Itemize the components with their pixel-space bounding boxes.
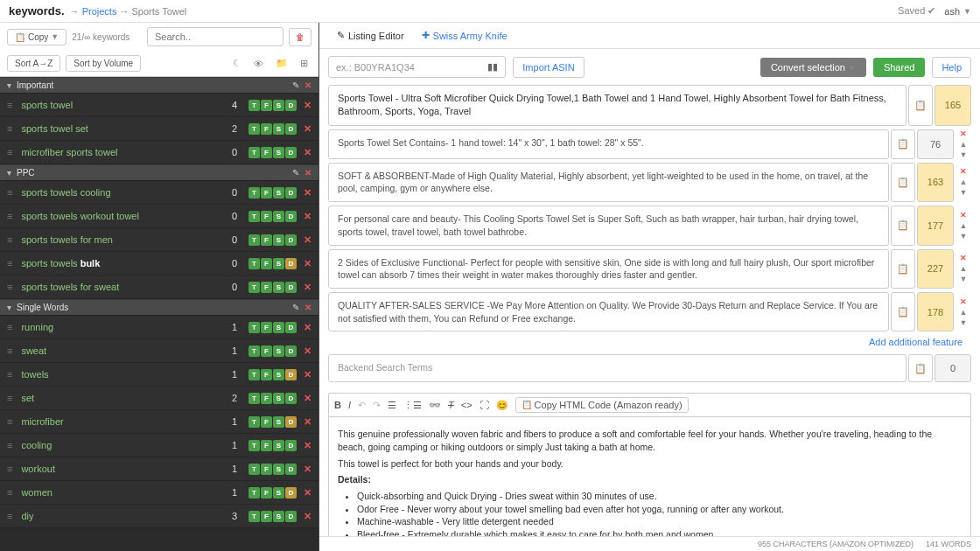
copy-button[interactable]: 📋 Copy ▼ — [7, 29, 66, 45]
tag-F[interactable]: F — [261, 369, 272, 380]
edit-icon[interactable]: ✎ — [292, 80, 299, 90]
tag-F[interactable]: F — [261, 100, 272, 111]
tag-T[interactable]: T — [248, 123, 260, 135]
search-input[interactable] — [147, 27, 284, 46]
copy-icon[interactable]: 📋 — [891, 163, 915, 202]
tag-D[interactable]: D — [285, 322, 297, 333]
tag-D[interactable]: D — [285, 282, 297, 293]
tag-F[interactable]: F — [261, 345, 272, 357]
keyword-row[interactable]: ≡sports towels workout towel0TFSD✕ — [0, 205, 318, 228]
sort-az-button[interactable]: Sort A→Z — [7, 55, 60, 72]
edit-icon[interactable]: ✎ — [292, 168, 299, 178]
tag-D[interactable]: D — [285, 100, 297, 111]
tag-F[interactable]: F — [261, 440, 272, 451]
tag-S[interactable]: S — [273, 440, 284, 451]
close-icon[interactable]: ✕ — [304, 393, 312, 404]
tag-F[interactable]: F — [261, 464, 272, 475]
tag-S[interactable]: S — [273, 123, 284, 135]
keyword-row[interactable]: ≡sports towels bulk0TFSD✕ — [0, 252, 318, 276]
tag-S[interactable]: S — [273, 147, 284, 158]
arrow-down-icon[interactable]: ▼ — [960, 318, 968, 327]
tag-D[interactable]: D — [285, 258, 297, 269]
tag-S[interactable]: S — [273, 211, 284, 222]
user-menu[interactable]: ash — [944, 6, 960, 17]
tag-S[interactable]: S — [273, 511, 284, 522]
close-icon[interactable]: ✕ — [304, 369, 312, 380]
listing-field[interactable]: QUALITY AFTER-SALES SERVICE -We Pay More… — [328, 292, 889, 331]
tag-S[interactable]: S — [273, 393, 284, 404]
description-editor[interactable]: This genuine professionally woven fabric… — [328, 416, 971, 536]
keyword-row[interactable]: ≡microfiber1TFSD✕ — [0, 410, 318, 434]
plus-icon[interactable]: ⊞ — [297, 56, 312, 71]
drag-icon[interactable]: ≡ — [7, 258, 12, 269]
listing-field[interactable]: 2 Sides of Exclusive Functional- Perfect… — [328, 249, 889, 289]
close-icon[interactable]: ✕ — [304, 187, 312, 199]
sort-volume-button[interactable]: Sort by Volume — [66, 55, 141, 72]
tag-D[interactable]: D — [285, 416, 297, 428]
tag-F[interactable]: F — [261, 393, 272, 404]
tag-S[interactable]: S — [273, 322, 284, 333]
tag-T[interactable]: T — [248, 187, 260, 199]
delete-button[interactable]: 🗑 — [289, 28, 312, 46]
tab-listing-editor[interactable]: ✎Listing Editor — [328, 23, 413, 48]
tag-D[interactable]: D — [285, 187, 297, 199]
tag-D[interactable]: D — [285, 487, 297, 499]
keyword-row[interactable]: ≡sports towel set2TFSD✕ — [0, 117, 318, 141]
arrow-down-icon[interactable]: ▼ — [960, 232, 968, 241]
moon-icon[interactable]: ☾ — [229, 56, 245, 71]
drag-icon[interactable]: ≡ — [7, 369, 12, 380]
keyword-row[interactable]: ≡running1TFSD✕ — [0, 316, 318, 339]
tag-D[interactable]: D — [285, 123, 297, 135]
binoculars-icon[interactable]: 👓 — [429, 400, 441, 411]
copy-icon[interactable]: 📋 — [908, 354, 933, 382]
close-icon[interactable]: ✕ — [304, 234, 312, 246]
arrow-up-icon[interactable]: ▲ — [960, 308, 968, 317]
close-icon[interactable]: ✕ — [304, 440, 312, 451]
backend-search-terms[interactable]: Backend Search Terms — [328, 354, 906, 382]
tag-S[interactable]: S — [273, 187, 284, 199]
tag-T[interactable]: T — [248, 345, 260, 357]
drag-icon[interactable]: ≡ — [7, 282, 12, 292]
drag-icon[interactable]: ≡ — [7, 345, 12, 356]
close-icon[interactable]: ✕ — [304, 487, 312, 499]
tag-T[interactable]: T — [248, 282, 260, 293]
drag-icon[interactable]: ≡ — [7, 487, 12, 498]
add-feature-link[interactable]: Add additional feature — [869, 337, 962, 347]
tag-T[interactable]: T — [248, 100, 260, 111]
close-icon[interactable]: ✕ — [304, 464, 312, 475]
tag-D[interactable]: D — [285, 345, 297, 357]
tag-F[interactable]: F — [261, 487, 272, 499]
close-icon[interactable]: ✕ — [304, 511, 312, 522]
tag-S[interactable]: S — [273, 345, 284, 357]
close-icon[interactable]: ✕ — [960, 167, 967, 176]
redo-button[interactable]: ↷ — [373, 400, 381, 411]
keyword-row[interactable]: ≡workout1TFSD✕ — [0, 457, 318, 481]
tag-T[interactable]: T — [248, 322, 260, 333]
tag-T[interactable]: T — [248, 147, 260, 158]
eye-icon[interactable]: 👁 — [250, 57, 267, 71]
close-icon[interactable]: ✕ — [960, 129, 967, 138]
drag-icon[interactable]: ≡ — [7, 187, 12, 198]
tag-S[interactable]: S — [273, 487, 284, 499]
close-icon[interactable]: ✕ — [304, 147, 312, 158]
listing-field[interactable]: Sports Towel Set Contains- 1 hand towel:… — [328, 129, 889, 159]
tag-D[interactable]: D — [285, 369, 297, 380]
tag-T[interactable]: T — [248, 511, 260, 522]
arrow-down-icon[interactable]: ▼ — [960, 188, 968, 197]
tag-T[interactable]: T — [248, 211, 260, 222]
copy-html-button[interactable]: 📋 Copy HTML Code (Amazon ready) — [515, 397, 689, 413]
copy-icon[interactable]: 📋 — [891, 249, 915, 289]
drag-icon[interactable]: ≡ — [7, 393, 12, 403]
bold-button[interactable]: B — [334, 400, 341, 410]
close-icon[interactable]: ✕ — [304, 282, 312, 293]
group-header[interactable]: ▾PPC✎✕ — [0, 164, 318, 181]
italic-button[interactable]: I — [348, 400, 351, 410]
tag-S[interactable]: S — [273, 100, 284, 111]
group-header[interactable]: ▾Important✎✕ — [0, 77, 318, 94]
drag-icon[interactable]: ≡ — [7, 100, 12, 110]
keyword-row[interactable]: ≡sports towels for men0TFSD✕ — [0, 228, 318, 252]
keyword-row[interactable]: ≡cooling1TFSD✕ — [0, 434, 318, 457]
tag-D[interactable]: D — [285, 211, 297, 222]
arrow-up-icon[interactable]: ▲ — [960, 140, 968, 149]
clear-format-button[interactable]: T — [448, 400, 454, 410]
